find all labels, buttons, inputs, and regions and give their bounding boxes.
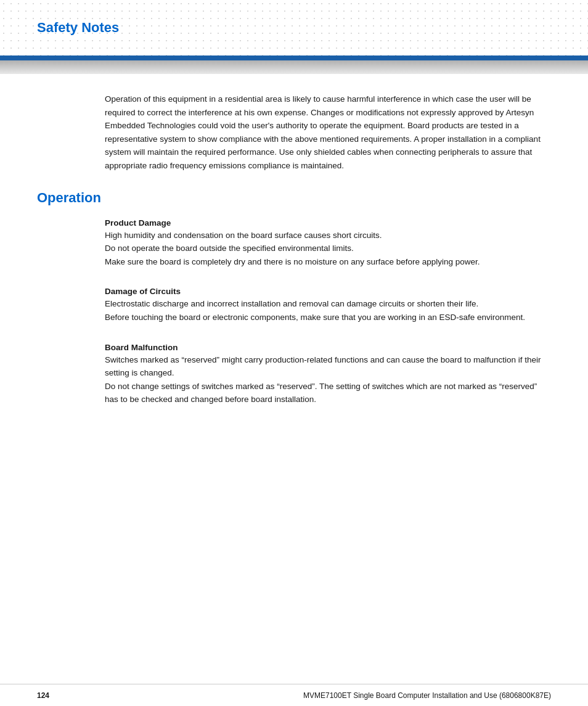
warning-text-2: Electrostatic discharge and incorrect in… bbox=[105, 297, 551, 324]
warning-title-3: Board Malfunction bbox=[105, 343, 551, 352]
footer: 124 MVME7100ET Single Board Computer Ins… bbox=[0, 684, 588, 706]
page-title-box: Safety Notes bbox=[37, 20, 119, 36]
page-title: Safety Notes bbox=[37, 20, 119, 35]
intro-paragraph: Operation of this equipment in a residen… bbox=[105, 92, 551, 173]
warning-text-3: Switches marked as “reserved” might carr… bbox=[105, 353, 551, 406]
header: Safety Notes bbox=[0, 0, 588, 55]
warning-title-1: Product Damage bbox=[105, 218, 551, 228]
blue-separator-bar bbox=[0, 55, 588, 60]
footer-page-number: 124 bbox=[37, 691, 49, 700]
gray-decorative-bar bbox=[0, 60, 588, 74]
warning-text-1: High humidity and condensation on the bo… bbox=[105, 229, 551, 269]
operation-heading: Operation bbox=[37, 190, 551, 206]
warning-damage-circuits: Damage of Circuits Electrostatic dischar… bbox=[105, 287, 551, 324]
main-content: Operation of this equipment in a residen… bbox=[0, 80, 588, 437]
footer-document-title: MVME7100ET Single Board Computer Install… bbox=[303, 691, 551, 700]
warning-title-2: Damage of Circuits bbox=[105, 287, 551, 296]
warning-board-malfunction: Board Malfunction Switches marked as “re… bbox=[105, 343, 551, 406]
warning-product-damage: Product Damage High humidity and condens… bbox=[105, 218, 551, 269]
